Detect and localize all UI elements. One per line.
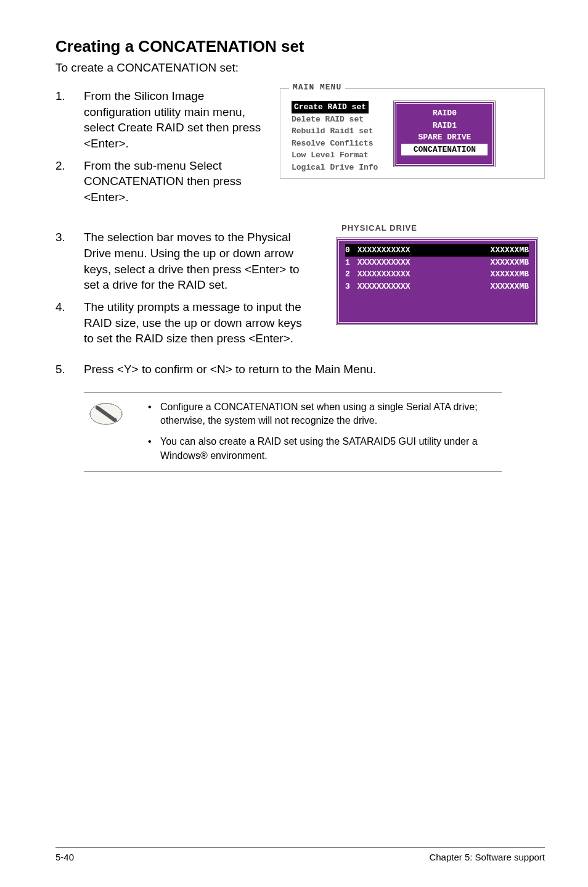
drive-index: 3 — [345, 281, 350, 293]
step-text: The utility prompts a message to input t… — [84, 299, 314, 347]
note-list: Configure a CONCATENATION set when using… — [148, 400, 497, 463]
drive-name: XXXXXXXXXXX — [357, 257, 410, 269]
step-1: 1. From the Silicon Image configuration … — [55, 88, 265, 152]
note-item-1: Configure a CONCATENATION set when using… — [148, 400, 497, 428]
raid-option-raid1: RAID1 — [402, 120, 486, 132]
physical-drive-row-1: 1XXXXXXXXXXX XXXXXXMB — [345, 257, 529, 269]
steps-list-1: 1. From the Silicon Image configuration … — [55, 88, 265, 205]
drive-size: XXXXXXMB — [491, 244, 529, 257]
physical-drive-row-3: 3XXXXXXXXXXX XXXXXXMB — [345, 281, 529, 293]
step-text: The selection bar moves to the Physical … — [84, 229, 314, 293]
intro-text: To create a CONCATENATION set: — [55, 61, 545, 75]
drive-index: 0 — [345, 244, 350, 257]
step-3: 3. The selection bar moves to the Physic… — [55, 229, 314, 293]
raid-option-concatenation: CONCATENATION — [401, 144, 488, 156]
raid-submenu: RAID0 RAID1 SPARE DRIVE CONCATENATION — [394, 101, 495, 167]
menu-item-rebuild-raid1: Rebuild Raid1 set — [292, 125, 378, 138]
step-text: From the Silicon Image configuration uti… — [84, 88, 265, 152]
raid-option-spare: SPARE DRIVE — [402, 131, 486, 144]
drive-index: 1 — [345, 257, 350, 269]
step-number: 3. — [55, 229, 84, 293]
drive-index: 2 — [345, 268, 350, 281]
drive-size: XXXXXXMB — [491, 268, 529, 281]
step-text: From the sub-menu Select CONCATENATION t… — [84, 158, 265, 205]
step-text: Press <Y> to confirm or <N> to return to… — [84, 361, 376, 377]
step-5: 5. Press <Y> to confirm or <N> to return… — [55, 361, 545, 377]
note-item-2: You can also create a RAID set using the… — [148, 435, 497, 463]
main-menu-label: MAIN MENU — [289, 83, 345, 92]
footer-page-number: 5-40 — [55, 852, 74, 862]
step-number: 1. — [55, 88, 84, 152]
step-2: 2. From the sub-menu Select CONCATENATIO… — [55, 158, 265, 205]
menu-item-delete-raid: Delete RAID set — [292, 113, 378, 126]
menu-item-logical-drive-info: Logical Drive Info — [292, 162, 378, 174]
physical-drive-box: 0XXXXXXXXXXX XXXXXXMB 1XXXXXXXXXXX XXXXX… — [337, 238, 537, 324]
step-number: 2. — [55, 158, 84, 205]
step-4: 4. The utility prompts a message to inpu… — [55, 299, 314, 347]
section-heading: Creating a CONCATENATION set — [55, 37, 545, 56]
row-steps-3-4: 3. The selection bar moves to the Physic… — [55, 229, 545, 352]
drive-size: XXXXXXMB — [491, 281, 529, 293]
drive-name: XXXXXXXXXXX — [357, 281, 410, 293]
menu-item-low-level-format: Low Level Format — [292, 149, 378, 162]
steps-list-2: 3. The selection bar moves to the Physic… — [55, 229, 314, 346]
physical-drive-label: PHYSICAL DRIVE — [338, 223, 421, 233]
step-number: 5. — [55, 361, 84, 377]
physical-drive-row-2: 2XXXXXXXXXXX XXXXXXMB — [345, 268, 529, 281]
row-steps-1-2: 1. From the Silicon Image configuration … — [55, 88, 545, 211]
note-block: Configure a CONCATENATION set when using… — [84, 392, 502, 472]
physical-drive-panel: PHYSICAL DRIVE 0XXXXXXXXXXX XXXXXXMB 1XX… — [329, 229, 545, 331]
main-menu-panel: MAIN MENU Create RAID set Delete RAID se… — [280, 88, 545, 179]
physical-drive-row-0: 0XXXXXXXXXXX XXXXXXMB — [345, 244, 529, 257]
step-number: 4. — [55, 299, 84, 347]
raid-option-raid0: RAID0 — [402, 107, 486, 120]
drive-size: XXXXXXMB — [491, 257, 529, 269]
main-menu-items: Create RAID set Delete RAID set Rebuild … — [292, 100, 378, 173]
menu-item-resolve-conflicts: Resolve Conflicts — [292, 138, 378, 150]
page-footer: 5-40 Chapter 5: Software support — [55, 848, 545, 862]
note-icon — [89, 402, 123, 426]
drive-name: XXXXXXXXXXX — [357, 244, 410, 257]
drive-name: XXXXXXXXXXX — [357, 268, 410, 281]
footer-chapter: Chapter 5: Software support — [429, 852, 545, 862]
menu-item-create-raid: Create RAID set — [292, 101, 369, 113]
